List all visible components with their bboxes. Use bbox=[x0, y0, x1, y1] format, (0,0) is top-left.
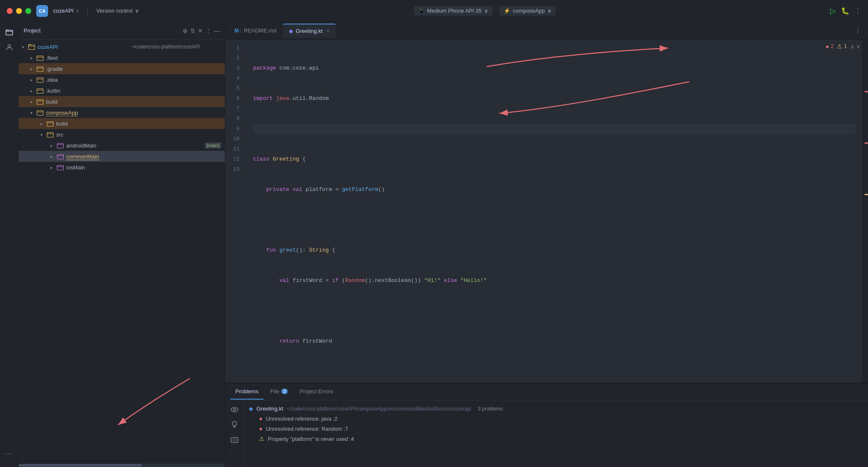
problem-item-3[interactable]: ⚠ Property "platform" is never used :4 bbox=[244, 434, 868, 444]
error-dot-icon: ● bbox=[825, 43, 829, 50]
sidebar-icon-folder[interactable] bbox=[3, 25, 16, 39]
code-content[interactable]: package com.coze.api import java.util.Ra… bbox=[246, 40, 862, 383]
content-row: ··· Project ⊕ ⇅ ✕ ⋮ — ▾ bbox=[0, 22, 868, 467]
run-button[interactable]: ▷ bbox=[830, 6, 836, 16]
project-selector[interactable]: cozeAPI ∨ bbox=[53, 8, 79, 14]
minimize-panel-icon[interactable]: — bbox=[214, 27, 220, 34]
line-num-10: 10 bbox=[225, 134, 240, 144]
tab-more-actions[interactable]: ⋮ bbox=[855, 27, 865, 35]
tree-item-composeapp[interactable]: ▾ composeApp bbox=[19, 107, 225, 118]
code-line-6 bbox=[253, 215, 855, 225]
bottom-tabs: Problems File 3 Project Errors bbox=[225, 384, 868, 400]
svg-rect-18 bbox=[231, 437, 238, 443]
scrollbar-error-mark-2 bbox=[865, 142, 868, 144]
problems-list: ◆ Greeting.kt ~/code/cross-platform/coze… bbox=[244, 400, 868, 467]
sidebar-icon-users[interactable] bbox=[3, 40, 16, 54]
composeapp-build-folder-icon bbox=[46, 120, 54, 127]
bulb-icon[interactable] bbox=[229, 419, 240, 431]
iosmain-label: iosMain bbox=[66, 164, 221, 171]
problem-item-2[interactable]: ● Unresolved reference: Random :7 bbox=[244, 424, 868, 434]
greeting-tab-icon: ◆ bbox=[289, 28, 293, 34]
warning-icon-1: ⚠ bbox=[259, 435, 264, 442]
readme-tab-label: README.md bbox=[244, 27, 276, 34]
close-panel-icon[interactable]: ✕ bbox=[198, 27, 203, 34]
problem-message-1: Unresolved reference: java :2 bbox=[266, 416, 337, 422]
sidebar-icons: ··· bbox=[0, 22, 19, 467]
fleet-folder-icon bbox=[36, 54, 44, 62]
line-num-2: 2 bbox=[225, 53, 240, 63]
tree-item-androidmain[interactable]: ▸ androidMain [main] bbox=[19, 140, 225, 151]
titlebar-divider bbox=[87, 7, 88, 15]
line-num-13: 13 bbox=[225, 164, 240, 174]
tab-readme[interactable]: M↓ README.md bbox=[229, 24, 282, 38]
close-button[interactable] bbox=[7, 8, 13, 14]
readme-tab-icon: M↓ bbox=[235, 28, 241, 34]
tree-item-build[interactable]: ▸ build bbox=[19, 96, 225, 107]
svg-rect-12 bbox=[57, 155, 64, 159]
more-button[interactable]: ⋮ bbox=[855, 7, 861, 15]
root-path: ~/code/cross-platform/cozeAPI bbox=[131, 44, 221, 50]
eye-icon[interactable] bbox=[229, 404, 240, 416]
tree-root[interactable]: ▾ cozeAPI ~/code/cross-platform/cozeAPI bbox=[19, 41, 225, 52]
tab-overflow-icon: ⋮ bbox=[855, 27, 861, 34]
panel-header: Project ⊕ ⇅ ✕ ⋮ — bbox=[19, 22, 225, 40]
version-control-selector[interactable]: Version control ∨ bbox=[96, 8, 139, 14]
editor-main: M↓ README.md ◆ Greeting.kt ✕ ⋮ bbox=[225, 22, 868, 383]
src-label: src bbox=[56, 132, 221, 138]
nav-down-icon[interactable]: ∨ bbox=[856, 43, 860, 50]
nav-up-icon[interactable]: ∧ bbox=[850, 43, 855, 50]
list-icon[interactable] bbox=[229, 434, 240, 446]
locate-icon[interactable]: ⊕ bbox=[183, 27, 188, 34]
app-chevron-icon: ∨ bbox=[547, 8, 552, 14]
svg-rect-9 bbox=[47, 122, 54, 126]
svg-rect-5 bbox=[37, 78, 43, 83]
tree-item-kotlin[interactable]: ▸ .kotlin bbox=[19, 85, 225, 96]
problem-file-count: 3 problems bbox=[478, 406, 503, 412]
code-line-10: return firstWord bbox=[253, 336, 855, 346]
device-name: Medium Phone API 35 bbox=[427, 8, 482, 14]
collapse-icon[interactable]: ⇅ bbox=[190, 27, 195, 34]
code-line-2: import java.util.Random bbox=[253, 94, 855, 104]
svg-point-1 bbox=[8, 45, 11, 47]
bottom-tab-project-errors[interactable]: Project Errors bbox=[294, 384, 338, 400]
tab-greeting[interactable]: ◆ Greeting.kt ✕ bbox=[283, 24, 336, 38]
project-errors-tab-label: Project Errors bbox=[299, 388, 333, 395]
commonmain-label: commonMain bbox=[66, 153, 221, 160]
problem-item-1[interactable]: ● Unresolved reference: java :2 bbox=[244, 413, 868, 424]
bottom-sidebar-icons bbox=[225, 400, 244, 467]
bottom-tab-problems[interactable]: Problems bbox=[230, 384, 264, 400]
code-line-8: val firstWord = if (Random().nextBoolean… bbox=[253, 276, 855, 286]
tree-horizontal-scrollbar[interactable] bbox=[19, 464, 225, 467]
greeting-tab-close[interactable]: ✕ bbox=[326, 28, 330, 34]
tree-item-composeapp-build[interactable]: ▸ build bbox=[19, 118, 225, 129]
commonmain-chevron-icon: ▸ bbox=[51, 154, 57, 159]
warning-dot-icon: ⚠ bbox=[837, 43, 842, 50]
problem-file-row[interactable]: ◆ Greeting.kt ~/code/cross-platform/coze… bbox=[244, 404, 868, 413]
code-line-5: private val platform = getPlatform() bbox=[253, 185, 855, 195]
nav-arrows[interactable]: ∧ ∨ bbox=[850, 43, 860, 50]
greeting-tab-label: Greeting.kt bbox=[296, 28, 323, 34]
tree-item-iosmain[interactable]: ▸ iosMain bbox=[19, 162, 225, 173]
svg-rect-6 bbox=[37, 89, 43, 94]
app-name: composeApp bbox=[513, 8, 545, 14]
editor-scrollbar[interactable] bbox=[862, 40, 868, 383]
titlebar: CA cozeAPI ∨ Version control ∨ 📱 Medium … bbox=[0, 0, 868, 22]
options-icon[interactable]: ⋮ bbox=[205, 27, 211, 34]
device-selector[interactable]: 📱 Medium Phone API 35 ∨ bbox=[414, 6, 493, 16]
tree-item-src[interactable]: ▾ src bbox=[19, 129, 225, 140]
tree-item-idea[interactable]: ▸ .idea bbox=[19, 74, 225, 85]
debug-button[interactable]: 🐛 bbox=[841, 7, 849, 15]
tree-item-fleet[interactable]: ▸ .fleet bbox=[19, 52, 225, 63]
tree-item-commonmain[interactable]: ▸ commonMain bbox=[19, 151, 225, 162]
minimize-button[interactable] bbox=[16, 8, 22, 14]
build-folder-icon bbox=[36, 98, 44, 105]
app-selector[interactable]: ⚡ composeApp ∨ bbox=[499, 6, 556, 16]
gradle-folder-icon bbox=[36, 65, 44, 72]
problem-message-3: Property "platform" is never used :4 bbox=[268, 436, 354, 442]
tree-item-gradle[interactable]: ▸ .gradle bbox=[19, 63, 225, 74]
app-run-icon: ⚡ bbox=[504, 8, 510, 14]
sidebar-icon-more[interactable]: ··· bbox=[3, 447, 16, 460]
maximize-button[interactable] bbox=[25, 8, 31, 14]
gradle-label: .gradle bbox=[46, 66, 221, 72]
bottom-tab-file[interactable]: File 3 bbox=[265, 384, 293, 400]
